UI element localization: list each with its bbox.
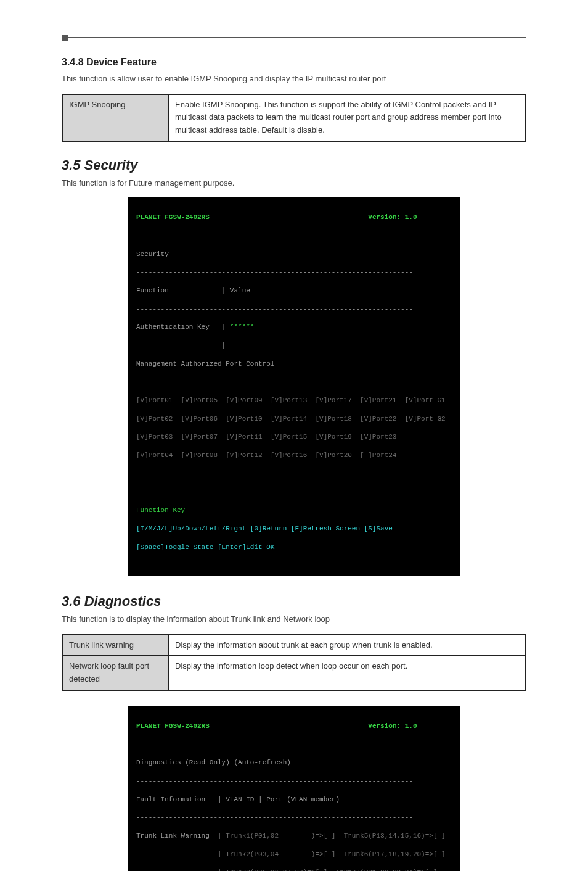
- heading-36: 3.6 Diagnostics: [62, 593, 526, 609]
- cell-igmp-name: IGMP Snooping: [62, 94, 168, 141]
- cell-igmp-desc: Enable IGMP Snooping. This function is s…: [168, 94, 526, 141]
- table-row: IGMP Snooping Enable IGMP Snooping. This…: [62, 94, 526, 141]
- terminal-security: PLANET FGSW-2402RS Version: 1.0 --------…: [128, 197, 460, 576]
- term-tline1: | Trunk1(P01,02 )=>[ ] Trunk5(P13,14,15,…: [218, 832, 446, 840]
- term-ports4: [V]Port04 [V]Port08 [V]Port12 [V]Port16 …: [136, 451, 452, 460]
- term-fkey: Function Key: [136, 506, 452, 515]
- term-version: Version: 1.0: [368, 213, 417, 221]
- term-ports2: [V]Port02 [V]Port06 [V]Port10 [V]Port14 …: [136, 415, 452, 424]
- term-ports3: [V]Port03 [V]Port07 [V]Port11 [V]Port15 …: [136, 432, 452, 442]
- term-mgmt: Management Authorized Port Control: [136, 360, 452, 369]
- intro-348: This function is allow user to enable IG…: [62, 73, 526, 85]
- term-func: Function: [136, 287, 169, 294]
- term-tline3: | Trunk3(P05,06,07,08)=>[ ] Trunk7(P21,2…: [218, 869, 437, 871]
- cell-trunk-desc: Display the information about trunk at e…: [168, 635, 526, 656]
- table-row: Trunk link warning Display the informati…: [62, 635, 526, 656]
- term-tline2: | Trunk2(P03,04 )=>[ ] Trunk6(P17,18,19,…: [218, 851, 446, 858]
- table-row: Network loop fault port detected Display…: [62, 656, 526, 690]
- intro-36: This function is to display the informat…: [62, 613, 526, 625]
- heading-348: 3.4.8 Device Feature: [62, 57, 526, 68]
- term-security: Security: [136, 250, 452, 259]
- cell-loop-desc: Display the information loop detect when…: [168, 656, 526, 690]
- terminal-diag: PLANET FGSW-2402RS Version: 1.0 --------…: [128, 706, 460, 871]
- term-mode: Diagnostics (Read Only) (Auto-refresh): [136, 758, 452, 767]
- term-ports1: [V]Port01 [V]Port05 [V]Port09 [V]Port13 …: [136, 396, 452, 405]
- term-title2: PLANET FGSW-2402RS: [136, 722, 210, 730]
- term-fhelp2: [Space]Toggle State [Enter]Edit OK: [136, 543, 452, 552]
- cell-trunk-name: Trunk link warning: [62, 635, 168, 656]
- term-authval: ******: [230, 323, 255, 331]
- term-title: PLANET FGSW-2402RS: [136, 213, 210, 221]
- intro-35: This function is for Future management p…: [62, 177, 526, 189]
- term-faultlabel: Fault Information: [136, 796, 205, 803]
- term-fhelp1: [I/M/J/L]Up/Down/Left/Right [0]Return [F…: [136, 524, 452, 534]
- table-diag: Trunk link warning Display the informati…: [62, 634, 526, 691]
- term-trunklabel: Trunk Link Warning: [136, 832, 210, 840]
- cell-loop-name: Network loop fault port detected: [62, 656, 168, 690]
- term-faultval: | VLAN ID | Port (VLAN member): [218, 796, 340, 803]
- term-version2: Version: 1.0: [368, 722, 417, 730]
- heading-35: 3.5 Security: [62, 157, 526, 173]
- term-authlabel: Authentication Key: [136, 323, 210, 331]
- term-value: Value: [230, 287, 250, 294]
- table-igmp: IGMP Snooping Enable IGMP Snooping. This…: [62, 94, 526, 142]
